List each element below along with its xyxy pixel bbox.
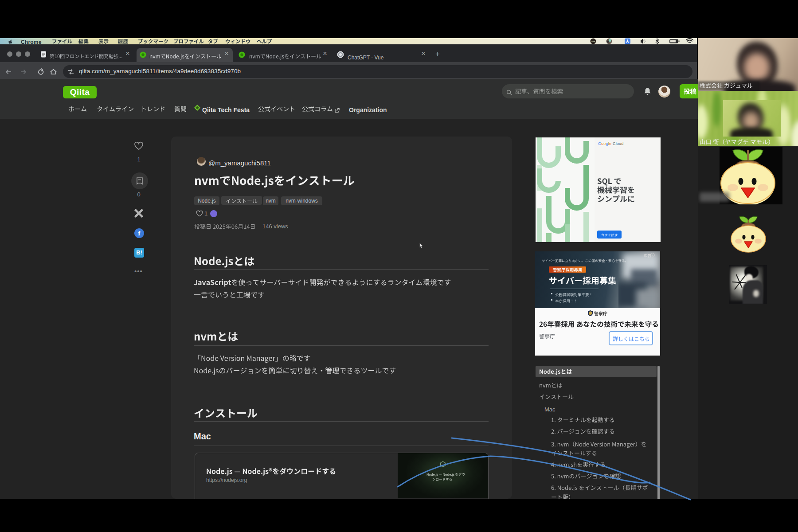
svg-text:i: i: [652, 254, 653, 257]
svg-text:LINE: LINE: [591, 40, 595, 43]
